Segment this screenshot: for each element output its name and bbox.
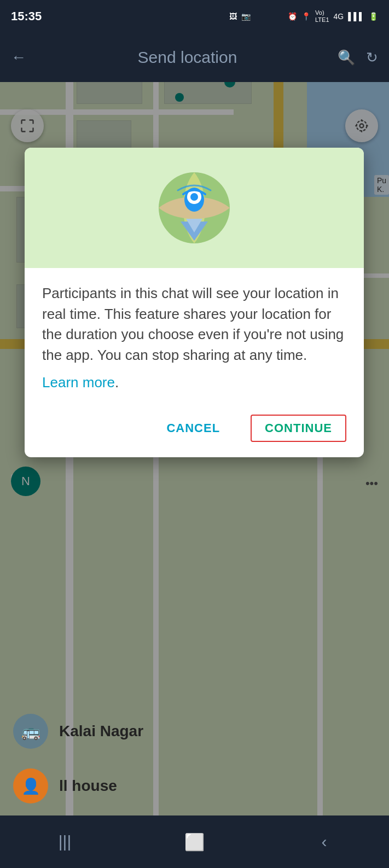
back-nav-button[interactable]: ‹ [308,825,341,858]
dialog-description: Participants in this chat will see your … [42,283,346,366]
dialog-header [25,148,364,268]
home-button[interactable]: ⬜ [178,825,211,858]
location-icon: 📍 [301,12,311,21]
location-share-dialog: Participants in this chat will see your … [25,148,364,457]
location-list: 🚌 Kalai Nagar 👤 ll house [0,704,389,813]
list-item[interactable]: 👤 ll house [0,759,389,813]
period: . [115,374,119,391]
alarm-icon: ⏰ [288,12,297,21]
list-avatar-person: 👤 [13,768,48,803]
cancel-button[interactable]: CANCEL [158,417,229,440]
dialog-actions: CANCEL CONTINUE [25,404,364,457]
list-item[interactable]: 🚌 Kalai Nagar [0,704,389,759]
video-icon: 📷 [241,12,251,21]
status-icons: 🖼 📷 ⏰ 📍 Vo)LTE1 4G ▌▌▌ 🔋 [229,9,378,24]
nav-bar: ||| ⬜ ‹ [0,815,389,868]
network-icon: 4G [334,12,344,21]
refresh-button[interactable]: ↻ [366,49,378,66]
back-button[interactable]: ← [11,49,26,66]
signal-text: Vo)LTE1 [315,9,329,24]
photo-icon: 🖼 [229,12,237,21]
page-title: Send location [37,48,338,67]
learn-more-link[interactable]: Learn more [42,374,115,391]
battery-icon: 🔋 [369,12,378,21]
bars-icon: ▌▌▌ [348,12,364,21]
list-label-house: ll house [59,777,117,795]
location-share-icon [156,170,233,246]
app-bar: ← Send location 🔍 ↻ [0,33,389,82]
dialog-body: Participants in this chat will see your … [25,268,364,404]
search-button[interactable]: 🔍 [338,49,355,66]
status-bar: 15:35 🖼 📷 ⏰ 📍 Vo)LTE1 4G ▌▌▌ 🔋 [0,0,389,33]
list-avatar-bus: 🚌 [13,714,48,749]
time-display: 15:35 [11,9,42,24]
list-label-kalai: Kalai Nagar [59,723,143,740]
svg-point-5 [190,193,198,201]
menu-button[interactable]: ||| [49,825,82,858]
continue-button[interactable]: CONTINUE [251,415,346,442]
